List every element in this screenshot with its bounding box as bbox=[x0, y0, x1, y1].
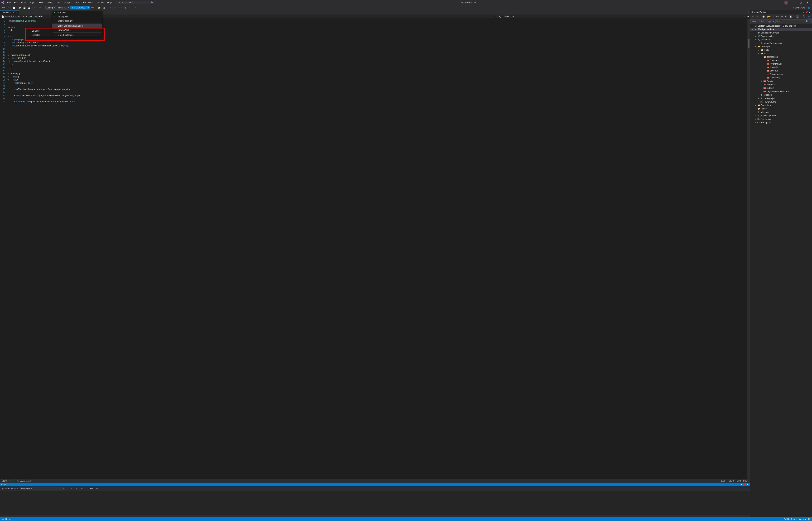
output-tool-3[interactable]: ≣ bbox=[80, 487, 84, 490]
tree-node[interactable]: ▾📂ClientApp bbox=[750, 45, 812, 48]
undo-button[interactable]: ↶ bbox=[33, 6, 38, 9]
solution-explorer-search[interactable]: Search Solution Explorer (Ctrl+;) 🔍 ▾ bbox=[750, 19, 812, 23]
tool-btn-9[interactable]: ✕ bbox=[134, 6, 138, 9]
platform-combo[interactable]: Any CPU bbox=[57, 6, 70, 9]
minimize-button[interactable]: ─ bbox=[790, 0, 797, 5]
tree-node[interactable]: JSindex.js bbox=[750, 86, 812, 90]
se-home-button[interactable]: 🏠 bbox=[761, 15, 766, 18]
tree-node[interactable]: 🔗Connected Services bbox=[750, 31, 812, 35]
nav-back-button[interactable]: ⟲ bbox=[1, 6, 6, 9]
output-tool-1[interactable]: ≣ bbox=[70, 487, 73, 490]
output-wrap-button[interactable]: ↩ bbox=[95, 487, 99, 490]
nav-member-combo[interactable]: 🔧 currentCount bbox=[497, 15, 747, 18]
tool-btn-1[interactable]: 📁 bbox=[97, 6, 102, 9]
run-button[interactable]: ▶ IIS Express bbox=[70, 6, 90, 9]
save-all-button[interactable]: 💾 bbox=[27, 6, 31, 9]
solution-tree[interactable]: ▣Solution 'WebApplication4' (1 of 1 proj… bbox=[750, 24, 812, 517]
tree-node[interactable]: M↓README.md bbox=[750, 100, 812, 104]
split-editor-button[interactable]: ✚ bbox=[747, 15, 750, 18]
tree-node[interactable]: JSCounter.js bbox=[750, 59, 812, 62]
tree-node[interactable]: ❖index.css bbox=[750, 83, 812, 86]
menu-analyze[interactable]: Analyze bbox=[62, 0, 73, 5]
vertical-scrollbar[interactable] bbox=[747, 19, 750, 479]
submenu-item[interactable]: ✓Enabled bbox=[26, 29, 52, 33]
tree-node[interactable]: ▸🔗Dependencies bbox=[750, 35, 812, 38]
tool-btn-4[interactable]: ≣ bbox=[112, 6, 116, 9]
se-properties-button[interactable]: 🔧 bbox=[802, 15, 806, 18]
script-debugging-submenu[interactable]: ✓EnabledDisabled bbox=[26, 29, 52, 37]
menu-project[interactable]: Project bbox=[27, 0, 37, 5]
tree-node[interactable]: ▾🔧Properties bbox=[750, 38, 812, 41]
tree-node[interactable]: JSLayout.js bbox=[750, 69, 812, 72]
panel-dropdown-icon[interactable]: ▾ bbox=[803, 11, 804, 14]
feedback-button[interactable]: 👤 bbox=[807, 6, 811, 9]
close-button[interactable]: ✕ bbox=[804, 0, 811, 5]
solution-explorer-header[interactable]: Solution Explorer ▾ 📌 ✕ bbox=[750, 10, 812, 14]
redo-button[interactable]: ↷ bbox=[39, 6, 43, 9]
tree-node[interactable]: ▣Solution 'WebApplication4' (1 of 1 proj… bbox=[750, 24, 812, 28]
tree-node[interactable]: ▸C#Program.cs bbox=[750, 117, 812, 121]
se-collapse-button[interactable]: ⊟ bbox=[784, 15, 788, 18]
tool-btn-3[interactable]: ⇥ bbox=[108, 6, 111, 9]
refresh-button[interactable]: ↻ bbox=[90, 6, 95, 9]
tree-node[interactable]: JSFetchData.js bbox=[750, 62, 812, 66]
output-clear-button[interactable]: ✖≣ bbox=[89, 487, 94, 490]
menu-build[interactable]: Build bbox=[37, 0, 45, 5]
tree-node[interactable]: JSHome.js bbox=[750, 66, 812, 69]
tool-btn-6[interactable]: ≡ bbox=[120, 6, 123, 9]
tree-node[interactable]: ▸📁Controllers bbox=[750, 104, 812, 107]
run-menu-item[interactable]: ✓IIS Express bbox=[52, 15, 102, 19]
submenu-item[interactable]: Disabled bbox=[26, 33, 52, 37]
tree-node[interactable]: ▸C#Startup.cs bbox=[750, 121, 812, 124]
scroll-thumb[interactable] bbox=[748, 39, 749, 48]
output-h-scrollbar[interactable] bbox=[0, 515, 750, 517]
menu-edit[interactable]: Edit bbox=[12, 0, 19, 5]
tool-btn-5[interactable]: ≡ bbox=[117, 6, 120, 9]
fold-column[interactable]: ⊟⊟⊟⊟⊟⊞⊟ bbox=[7, 19, 9, 479]
editor-tab[interactable]: Counter.js 📌 ✕ bbox=[0, 10, 19, 15]
menu-extensions[interactable]: Extensions bbox=[81, 0, 95, 5]
zoom-level[interactable]: 100 % bbox=[2, 480, 7, 482]
se-scope-button[interactable]: 📂 bbox=[766, 15, 772, 18]
run-menu-item[interactable]: WebApplication4 bbox=[52, 19, 102, 23]
menu-file[interactable]: File bbox=[5, 0, 12, 5]
tool-btn-8[interactable]: ▸ bbox=[131, 6, 134, 9]
maximize-button[interactable]: ▢ bbox=[797, 0, 804, 5]
menu-tools[interactable]: Tools bbox=[73, 0, 81, 5]
panel-close-icon[interactable]: ✕ bbox=[747, 483, 748, 486]
se-preview-button[interactable]: ◪ bbox=[796, 15, 799, 18]
panel-pin-icon[interactable]: 📌 bbox=[743, 483, 746, 486]
new-item-button[interactable]: 📄 bbox=[12, 6, 17, 9]
menu-debug[interactable]: Debug bbox=[45, 0, 55, 5]
run-menu-item[interactable]: Browse With... bbox=[52, 28, 102, 32]
panel-dropdown-icon[interactable]: ▾ bbox=[741, 483, 742, 486]
output-tool-2[interactable]: ≣ bbox=[75, 487, 78, 490]
run-menu-item[interactable]: Script Debugging (Enabled)▸ bbox=[52, 24, 102, 28]
se-refresh-button[interactable]: ↻ bbox=[780, 15, 784, 18]
run-menu-item[interactable]: ▶IIS Express bbox=[52, 10, 102, 15]
menu-help[interactable]: Help bbox=[106, 0, 113, 5]
tree-node[interactable]: 🗎.gitignore bbox=[750, 93, 812, 97]
pin-icon[interactable]: 📌 bbox=[13, 12, 15, 14]
run-target-menu[interactable]: ▶IIS Express✓IIS ExpressWebApplication4S… bbox=[52, 10, 102, 37]
user-avatar[interactable]: 👤 bbox=[784, 1, 788, 5]
output-source-combo[interactable]: IntelliSense bbox=[20, 487, 65, 490]
se-back-button[interactable]: ⟲ bbox=[751, 15, 754, 18]
code-editor[interactable]: 1234567891011121314151617181920212223242… bbox=[0, 19, 750, 479]
bookmark-button[interactable]: 🔖 bbox=[123, 6, 128, 9]
tree-node[interactable]: JSNavMenu.js bbox=[750, 76, 812, 80]
tool-btn-2[interactable]: 🖼 bbox=[102, 6, 106, 9]
tool-btn-7[interactable]: ◂ bbox=[128, 6, 131, 9]
tree-node[interactable]: ❖NavMenu.css bbox=[750, 72, 812, 76]
save-button[interactable]: 💾 bbox=[22, 6, 27, 9]
tree-node[interactable]: JSregisterServiceWorker.js bbox=[750, 90, 812, 93]
global-search[interactable]: Search (Ctrl+Q) 🔍 bbox=[117, 1, 155, 4]
tree-node[interactable]: ▸🗎appsettings.json bbox=[750, 114, 812, 117]
tree-node[interactable]: 🗎.gitignore bbox=[750, 111, 812, 114]
open-button[interactable]: 📂 bbox=[18, 6, 22, 9]
output-body[interactable] bbox=[0, 491, 750, 515]
tree-node[interactable]: ▸📁public bbox=[750, 48, 812, 52]
tab-close-icon[interactable]: ✕ bbox=[16, 12, 18, 14]
tree-node[interactable]: ▸📁Pages bbox=[750, 107, 812, 111]
config-combo[interactable]: Debug bbox=[45, 6, 56, 9]
